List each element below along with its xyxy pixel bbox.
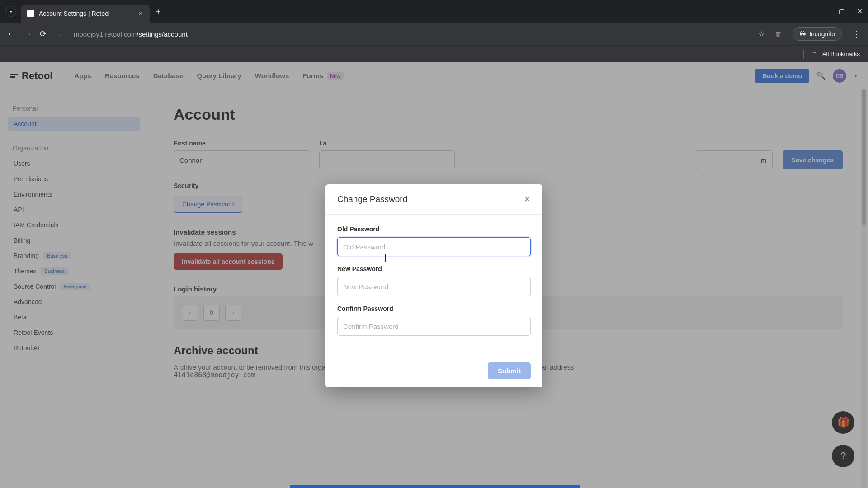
all-bookmarks-link[interactable]: All Bookmarks [822,51,860,57]
tabs-dropdown[interactable]: ▾ [5,6,16,17]
folder-icon: 🗀 [812,51,818,57]
window-controls: — ▢ ✕ [820,8,863,15]
bookmarks-bar: 🗀 All Bookmarks [0,45,868,62]
maximize-icon[interactable]: ▢ [839,8,844,15]
incognito-chip[interactable]: 🕶 Incognito [793,27,842,41]
modal-title: Change Password [337,194,407,204]
tab-title: Account Settings | Retool [39,10,110,17]
text-cursor-icon [385,254,386,262]
panel-icon[interactable]: ▥ [775,30,782,38]
browser-tabstrip: ▾ Account Settings | Retool ✕ ＋ — ▢ ✕ [0,0,868,23]
incognito-icon: 🕶 [799,30,806,38]
new-tab-button[interactable]: ＋ [154,6,162,17]
modal-close-button[interactable]: ✕ [524,194,531,204]
new-password-input[interactable] [337,277,531,296]
new-password-label: New Password [337,265,531,272]
address-bar[interactable]: moodjoy1.retool.com/settings/account [74,30,750,38]
app-surface: Retool Apps Resources Database Query Lib… [0,62,868,488]
close-tab-icon[interactable]: ✕ [138,10,143,17]
close-window-icon[interactable]: ✕ [857,8,863,15]
reload-icon[interactable]: ⟳ [40,29,47,39]
forward-icon[interactable]: → [24,29,32,39]
old-password-input[interactable] [337,237,531,256]
favicon-icon [27,10,34,17]
minimize-icon[interactable]: — [820,8,826,15]
divider [803,50,804,59]
close-icon: ✕ [524,195,531,204]
taskbar-highlight [290,485,580,488]
browser-toolbar: ← → ⟳ ≡ moodjoy1.retool.com/settings/acc… [0,23,868,45]
site-info-icon[interactable]: ≡ [55,28,66,39]
back-icon[interactable]: ← [7,29,15,39]
browser-tab[interactable]: Account Settings | Retool ✕ [21,5,150,23]
confirm-password-label: Confirm Password [337,305,531,312]
confirm-password-input[interactable] [337,317,531,336]
change-password-modal: Change Password ✕ Old Password New Passw… [326,184,542,387]
submit-button[interactable]: Submit [488,362,531,379]
bookmark-star-icon[interactable]: ☆ [759,30,764,38]
browser-menu-icon[interactable]: ⋮ [853,29,861,39]
old-password-label: Old Password [337,225,531,233]
